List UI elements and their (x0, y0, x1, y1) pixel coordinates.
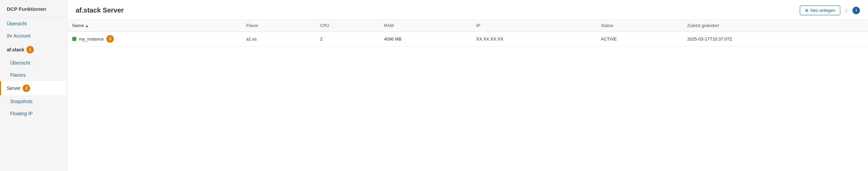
sidebar-item-snapshots[interactable]: Snapshots (0, 95, 67, 107)
cell-cpu: 2 (315, 32, 379, 46)
star-icon[interactable]: ☆ (844, 7, 849, 14)
sidebar-title: DCP Funktionen (0, 0, 67, 18)
sidebar-item-uebersicht-sub[interactable]: Übersicht (0, 57, 67, 69)
plus-icon: ⊕ (805, 8, 809, 13)
col-flavor: Flavor (241, 20, 315, 32)
main-header: af.stack Server ⊕ Neu anlegen ☆ i (68, 0, 868, 20)
cell-ram: 4096 MB (379, 32, 471, 46)
cell-status: ACTIVE (596, 32, 683, 46)
col-ram: RAM (379, 20, 471, 32)
sidebar-item-floating-ip[interactable]: Floating IP (0, 107, 67, 120)
cell-name: my_instance 3 (68, 32, 241, 46)
page-title: af.stack Server (76, 6, 124, 14)
info-icon[interactable]: i (852, 7, 860, 14)
status-dot (72, 37, 76, 41)
server-badge: 2 (23, 84, 30, 92)
sidebar-item-label: Übersicht (7, 21, 27, 26)
sidebar-item-server[interactable]: Server 2 (0, 81, 67, 95)
sidebar-item-label: Ihr Account (7, 33, 30, 39)
cell-ip: XX.XX.XX.XX (471, 32, 596, 46)
new-button-label: Neu anlegen (810, 8, 835, 13)
sidebar-item-afstack: af.stack 1 (0, 42, 67, 57)
col-ip: IP (471, 20, 596, 32)
sidebar-item-label: Floating IP (10, 111, 33, 116)
cell-flavor: a1.xs (241, 32, 315, 46)
server-table: Name Flavor CPU RAM IP Status (68, 20, 868, 46)
sidebar: DCP Funktionen Übersicht Ihr Account af.… (0, 0, 68, 171)
col-zuletzt: Zuletzt geändert (683, 20, 868, 32)
sidebar-item-ihr-account[interactable]: Ihr Account (0, 30, 67, 42)
new-button[interactable]: ⊕ Neu anlegen (800, 5, 840, 15)
table-header-row: Name Flavor CPU RAM IP Status (68, 20, 868, 32)
afstack-badge: 1 (26, 46, 34, 53)
sidebar-item-uebersicht-top[interactable]: Übersicht (0, 18, 67, 30)
table-row[interactable]: my_instance 3 a1.xs 2 4096 MB XX.XX.XX.X… (68, 32, 868, 46)
main-content: af.stack Server ⊕ Neu anlegen ☆ i Name F… (68, 0, 868, 171)
sidebar-item-label: af.stack (7, 47, 24, 52)
col-cpu: CPU (315, 20, 379, 32)
table-container: Name Flavor CPU RAM IP Status (68, 20, 868, 171)
header-actions: ⊕ Neu anlegen ☆ i (800, 5, 860, 15)
cell-zuletzt: 2025-03-17T10:37:07Z (683, 32, 868, 46)
instance-badge: 3 (106, 35, 114, 43)
sidebar-item-label: Übersicht (10, 60, 30, 66)
col-status: Status (596, 20, 683, 32)
sidebar-item-label: Snapshots (10, 99, 32, 104)
instance-name: my_instance (79, 36, 104, 42)
sidebar-item-flavors[interactable]: Flavors (0, 69, 67, 81)
col-name[interactable]: Name (68, 20, 241, 32)
sidebar-item-label: Flavors (10, 72, 26, 78)
sidebar-item-label: Server (7, 86, 21, 91)
